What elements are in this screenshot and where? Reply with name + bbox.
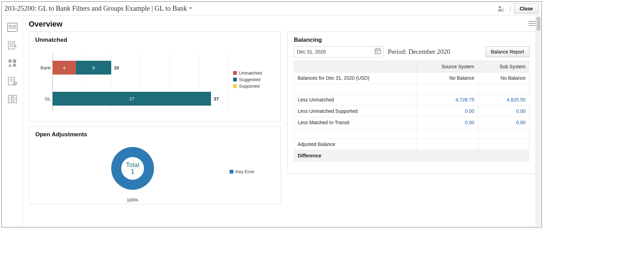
balancing-table: Source System Sub System Balances for De… <box>294 61 529 161</box>
vertical-scrollbar[interactable] <box>536 16 541 226</box>
bar-bank-suggested[interactable]: 6 <box>76 61 111 75</box>
page-title: 203-25200: GL to Bank Filters and Groups… <box>4 4 187 12</box>
close-button[interactable]: Close <box>514 3 539 14</box>
donut-percent: 100% <box>127 197 138 203</box>
svg-marker-15 <box>8 63 12 67</box>
nav-shapes-icon[interactable] <box>7 58 18 68</box>
svg-rect-7 <box>9 28 16 29</box>
row-less-unmatched: Less Unmatched 4,728.75 4,820.50 <box>294 94 529 106</box>
bar-gl-total: 27 <box>214 96 219 101</box>
legend-supported: Supported <box>239 84 260 89</box>
svg-rect-4 <box>8 23 17 31</box>
cell-less-intransit-sub[interactable]: 0.00 <box>478 117 529 128</box>
bar-category-gl: GL <box>35 96 51 101</box>
svg-marker-12 <box>15 44 17 47</box>
scrollbar-thumb[interactable] <box>537 17 540 31</box>
col-blank <box>294 61 416 72</box>
cell-balances-source: No Balance <box>416 72 478 84</box>
cell-balances-sub: No Balance <box>478 72 529 84</box>
cell-balances-label: Balances for Dec 31, 2020 (USD) <box>294 72 416 84</box>
cell-less-unmatched-label: Less Unmatched <box>294 94 416 106</box>
cell-less-intransit-source[interactable]: 0.00 <box>416 117 478 128</box>
unmatched-card: Unmatched <box>29 31 281 122</box>
title-dropdown-icon[interactable] <box>189 6 193 12</box>
svg-rect-6 <box>13 25 16 27</box>
legend-unmatched: Unmatched <box>239 70 262 76</box>
svg-point-16 <box>13 63 16 67</box>
nav-columns-icon[interactable] <box>7 94 18 104</box>
cell-less-intransit-label: Less Matched In-Transit <box>294 117 416 128</box>
cell-adjusted-sub <box>478 139 529 150</box>
row-spacer-2 <box>294 128 529 139</box>
open-adjustments-title: Open Adjustments <box>35 131 275 138</box>
row-difference: Difference <box>294 150 529 161</box>
balancing-title: Balancing <box>294 37 529 43</box>
svg-rect-39 <box>379 48 379 49</box>
balance-date-input[interactable] <box>294 46 384 57</box>
panel-menu-icon[interactable] <box>528 21 536 28</box>
legend-key-error: Key Error <box>236 169 254 174</box>
svg-text:1: 1 <box>131 168 134 175</box>
svg-rect-40 <box>376 51 376 52</box>
svg-rect-42 <box>378 51 379 52</box>
calendar-icon[interactable] <box>372 48 383 56</box>
balance-report-button[interactable]: Balance Report <box>486 46 529 57</box>
cell-less-supported-label: Less Unmatched Supported <box>294 106 416 117</box>
period-label: Period: December 2020 <box>388 48 450 56</box>
cell-less-supported-sub[interactable]: 0.00 <box>478 106 529 117</box>
cell-difference-label: Difference <box>294 150 416 161</box>
left-nav <box>2 16 23 227</box>
nav-overview-icon[interactable] <box>7 22 18 32</box>
cell-adjusted-label: Adjusted Balance <box>294 139 416 150</box>
bar-bank-unmatched[interactable]: 4 <box>52 61 76 75</box>
nav-transactions-icon[interactable] <box>7 40 18 50</box>
row-spacer <box>294 84 529 94</box>
svg-rect-41 <box>377 51 378 52</box>
svg-rect-5 <box>9 25 12 27</box>
col-source-system: Source System <box>416 61 478 72</box>
user-help-icon[interactable]: ? <box>497 5 504 12</box>
svg-rect-43 <box>376 52 376 53</box>
cell-less-supported-source[interactable]: 0.00 <box>416 106 478 117</box>
svg-rect-44 <box>377 52 378 53</box>
unmatched-bar-chart: Bank 4 6 10 GL 27 27 <box>35 46 233 119</box>
legend-suggested: Suggested <box>239 77 260 82</box>
svg-text:Total: Total <box>126 161 139 168</box>
bar-gl-suggested[interactable]: 27 <box>52 92 211 106</box>
open-adjustments-donut[interactable]: Total 1 <box>105 141 160 196</box>
row-adjusted: Adjusted Balance <box>294 139 529 150</box>
unmatched-legend: Unmatched Suggested Supported <box>233 46 275 119</box>
bar-bank-total: 10 <box>114 65 119 70</box>
svg-rect-38 <box>376 48 377 49</box>
svg-point-1 <box>499 6 501 8</box>
balancing-card: Balancing Period: December 2020 Balance … <box>287 31 536 174</box>
svg-point-13 <box>8 59 12 63</box>
bar-category-bank: Bank <box>35 65 51 70</box>
cell-less-unmatched-sub[interactable]: 4,820.50 <box>478 94 529 106</box>
svg-marker-0 <box>189 7 192 9</box>
row-less-intransit: Less Matched In-Transit 0.00 0.00 <box>294 117 529 128</box>
row-less-supported: Less Unmatched Supported 0.00 0.00 <box>294 106 529 117</box>
svg-rect-14 <box>13 59 16 63</box>
cell-difference-sub <box>478 150 529 161</box>
nav-approved-icon[interactable] <box>7 76 18 86</box>
open-adjustments-card: Open Adjustments Total 1 100% <box>29 126 281 204</box>
row-balances: Balances for Dec 31, 2020 (USD) No Balan… <box>294 72 529 84</box>
separator: | <box>510 6 511 12</box>
svg-text:?: ? <box>502 9 503 11</box>
unmatched-title: Unmatched <box>35 37 275 43</box>
cell-less-unmatched-source[interactable]: 4,728.75 <box>416 94 478 106</box>
balance-date-field[interactable] <box>294 49 372 55</box>
cell-difference-source <box>416 150 478 161</box>
col-sub-system: Sub System <box>478 61 529 72</box>
cell-adjusted-source <box>416 139 478 150</box>
overview-heading: Overview <box>29 20 63 29</box>
